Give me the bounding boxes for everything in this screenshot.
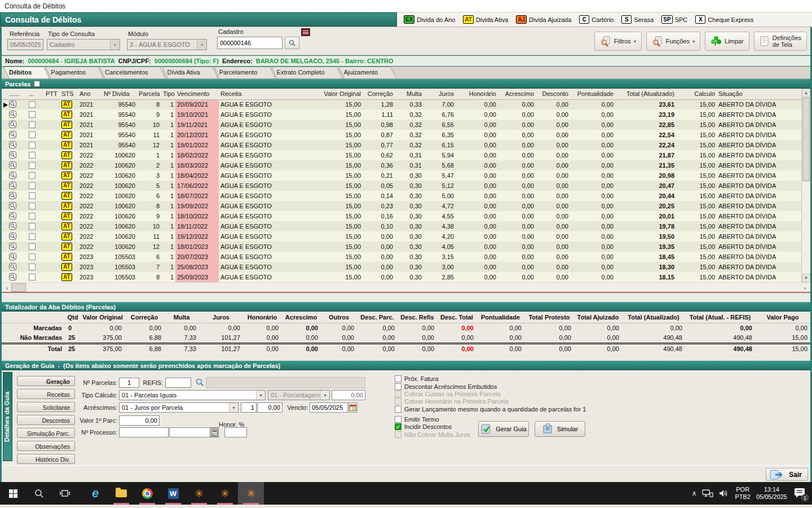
app-taskbar-icon-2[interactable]: ✳ [212, 482, 238, 505]
language-indicator[interactable]: POR PTB2 [735, 486, 751, 501]
row-checkbox[interactable] [29, 213, 36, 220]
cadastro-search-button[interactable] [285, 37, 299, 49]
scroll-left-icon[interactable]: ‹ [3, 283, 11, 292]
row-detail-button[interactable] [7, 201, 27, 211]
horizontal-scrollbar[interactable]: ‹ › [2, 282, 810, 292]
refis-search-button[interactable] [195, 377, 205, 387]
taskbar-search-button[interactable] [26, 482, 52, 505]
porcentagem-input[interactable] [332, 390, 365, 400]
table-row[interactable]: AT20221006209118/10/2022AGUA E ESGOTO15,… [2, 211, 801, 221]
table-row[interactable]: ▶AT2021955408120/09/2021AGUA E ESGOTO15,… [2, 99, 801, 110]
tab-extrato-completo[interactable]: Extrato Completo [271, 67, 337, 78]
network-icon[interactable] [702, 489, 713, 498]
explorer-taskbar-icon[interactable] [108, 482, 134, 505]
geracao-nav-observacoes[interactable]: Observações [17, 441, 75, 451]
acrescimos-qtd-input[interactable] [241, 402, 257, 413]
notification-button[interactable]: 1 [793, 487, 807, 500]
row-checkbox[interactable] [29, 101, 36, 108]
tipo-calculo-select[interactable]: 01 - Parcelas Iguais▾ [119, 390, 266, 400]
row-checkbox[interactable] [29, 172, 36, 179]
table-row[interactable]: AT20221006206118/07/2022AGUA E ESGOTO15,… [2, 191, 801, 201]
filtros-button[interactable]: Filtros ▾ [594, 32, 642, 51]
simular-button[interactable]: Simular [535, 421, 585, 437]
calculator-icon[interactable] [210, 428, 219, 437]
checkbox[interactable] [395, 375, 401, 382]
row-detail-button[interactable] [7, 191, 27, 201]
row-checkbox[interactable] [29, 274, 36, 281]
calendar-icon[interactable] [348, 402, 358, 413]
horizontal-scroll-thumb[interactable] [11, 283, 26, 292]
tab-ajuizamento[interactable]: Ajuizamento [338, 67, 391, 78]
row-detail-button[interactable] [7, 221, 27, 231]
funcoes-button[interactable]: Funções ▾ [646, 32, 700, 51]
table-row[interactable]: AT2021955409119/10/2021AGUA E ESGOTO15,0… [2, 110, 801, 120]
tab-divida-ativa[interactable]: Dívida Ativa [162, 67, 213, 78]
row-detail-button[interactable] [7, 242, 27, 252]
referencia-input[interactable] [7, 39, 43, 50]
row-checkbox[interactable] [29, 253, 36, 260]
row-checkbox[interactable] [29, 132, 36, 138]
tray-chevron-icon[interactable]: ∧ [692, 489, 697, 497]
tipo-consulta-select[interactable]: Cadastro▾ [47, 39, 120, 50]
chrome-taskbar-icon[interactable] [134, 482, 160, 505]
scroll-down-icon[interactable]: ▼ [802, 274, 810, 282]
table-row[interactable]: AT20219554010119/11/2021AGUA E ESGOTO15,… [2, 120, 801, 130]
refis-input[interactable] [165, 378, 191, 388]
task-view-button[interactable] [52, 482, 78, 505]
row-detail-button[interactable] [7, 252, 27, 262]
word-taskbar-icon[interactable]: W [160, 482, 186, 505]
modulo-select[interactable]: 3 - ÁGUA E ESGOTO▾ [127, 39, 207, 50]
sair-button[interactable]: Sair [766, 468, 808, 481]
table-row[interactable]: AT20219554011120/12/2021AGUA E ESGOTO15,… [2, 130, 801, 140]
app-taskbar-icon-3[interactable]: ✳ [238, 482, 264, 505]
scroll-up-icon[interactable]: ▲ [802, 89, 810, 97]
n-parcelas-input[interactable] [119, 378, 139, 388]
row-checkbox[interactable] [29, 233, 36, 240]
valor-primeira-parcela-input[interactable] [119, 415, 160, 426]
ie-taskbar-icon[interactable]: e [82, 482, 108, 505]
tab-pagamentos[interactable]: Pagamentos [45, 67, 98, 78]
definicoes-tela-button[interactable]: Definiçõesde Tela [754, 32, 807, 51]
row-detail-button[interactable] [7, 99, 27, 110]
row-detail-button[interactable] [7, 231, 27, 242]
checkbox[interactable] [395, 406, 401, 413]
geracao-nav-solicitante[interactable]: Solicitante [17, 402, 75, 412]
processo-input[interactable] [119, 427, 169, 437]
vencto-input[interactable] [310, 402, 348, 413]
row-detail-button[interactable] [7, 120, 27, 130]
cadastro-input[interactable] [217, 37, 283, 49]
table-row[interactable]: AT20221006203118/04/2022AGUA E ESGOTO15,… [2, 170, 801, 181]
tab-cancelamentos[interactable]: Cancelamentos [99, 67, 160, 78]
geracao-nav-historico-div-[interactable]: Histórico Div. [17, 454, 75, 464]
tab-parcelamento[interactable]: Parcelamento [214, 67, 270, 78]
volume-icon[interactable] [719, 489, 729, 498]
table-row[interactable]: AT20219554012119/01/2022AGUA E ESGOTO15,… [2, 140, 801, 150]
row-detail-button[interactable] [7, 150, 27, 160]
scroll-right-icon[interactable]: › [801, 283, 809, 292]
geracao-nav-receitas[interactable]: Receitas [17, 389, 75, 399]
table-row[interactable]: AT202210062010118/11/2022AGUA E ESGOTO15… [2, 221, 801, 231]
table-row[interactable]: AT20221006205117/06/2022AGUA E ESGOTO15,… [2, 181, 801, 191]
row-detail-button[interactable] [7, 160, 27, 170]
row-checkbox[interactable] [29, 223, 36, 230]
row-detail-button[interactable] [7, 170, 27, 181]
honor-input[interactable] [224, 427, 247, 437]
checkbox[interactable] [395, 383, 401, 390]
row-checkbox[interactable] [29, 111, 36, 118]
vertical-scrollbar[interactable]: ▲ ▼ [801, 89, 810, 282]
parcelas-checkbox[interactable] [34, 81, 40, 87]
porcentagem-select[interactable]: 01 - Porcentagem▾ [268, 390, 330, 400]
table-row[interactable]: AT20231055038125/09/2023AGUA E ESGOTO15,… [2, 272, 801, 282]
table-row[interactable]: AT202210062011119/12/2022AGUA E ESGOTO15… [2, 231, 801, 242]
row-checkbox[interactable] [29, 182, 36, 189]
row-detail-button[interactable] [7, 130, 27, 140]
row-checkbox[interactable] [29, 203, 36, 209]
geracao-nav-descontos[interactable]: Descontos [17, 415, 75, 425]
row-detail-button[interactable] [7, 140, 27, 150]
acrescimos-valor-input[interactable] [257, 402, 283, 413]
row-detail-button[interactable] [7, 181, 27, 191]
table-row[interactable]: AT20221006201118/02/2022AGUA E ESGOTO15,… [2, 150, 801, 160]
row-detail-button[interactable] [7, 110, 27, 120]
table-row[interactable]: AT20231055037125/08/2023AGUA E ESGOTO15,… [2, 262, 801, 272]
row-checkbox[interactable] [29, 243, 36, 250]
